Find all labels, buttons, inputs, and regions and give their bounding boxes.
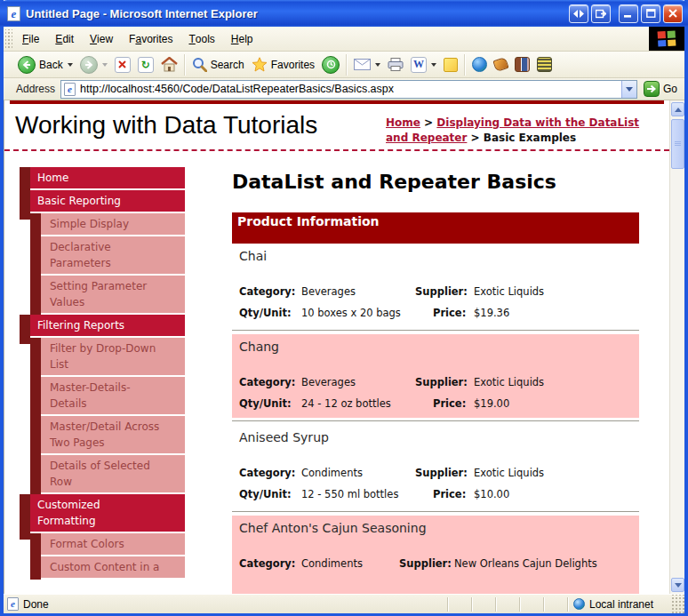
refresh-button[interactable]: ↻ [134,55,157,75]
menu-view[interactable]: View [82,27,121,51]
mail-icon [354,59,371,70]
grid-button[interactable] [533,55,556,74]
sidebar-item-custom-content[interactable]: Custom Content in a [41,556,185,578]
product-item: Chang Category: Beverages Supplier: Exot… [232,334,639,418]
mail-button[interactable] [350,57,384,72]
breadcrumb-current: Basic Examples [484,132,576,144]
category-value: Condiments [301,467,415,479]
sidebar-item-master-details-details[interactable]: Master-Details- Details [41,377,185,414]
back-icon [18,56,36,74]
sidebar-item-master-detail-across-two-pages[interactable]: Master/Detail Across Two Pages [41,416,185,453]
scrollbar-thumb[interactable] [671,119,684,169]
home-button[interactable] [157,55,181,74]
qty-value: 12 - 550 ml bottles [301,488,415,500]
window-title: Untitled Page - Microsoft Internet Explo… [26,7,566,20]
menu-bar: File Edit View Favorites Tools Help [4,27,684,52]
qty-label: Qty/Unit: [239,307,301,319]
toolbar-grip[interactable] [5,29,12,48]
ie-page-icon: e [7,597,19,611]
forward-icon [80,56,98,74]
supplier-value: Exotic Liquids [474,467,632,479]
sidebar-item-home[interactable]: Home [30,167,185,188]
category-value: Beverages [301,285,415,298]
messenger-globe-icon [472,57,487,72]
popout-button[interactable] [591,4,611,23]
address-input[interactable]: e http://localhost:4560/Code/DataListRep… [60,80,637,99]
breadcrumb: Home > Displaying Data with the DataList… [386,116,649,146]
menu-help[interactable]: Help [223,27,261,51]
sidebar-item-declarative-parameters[interactable]: Declarative Parameters [41,236,185,274]
category-value: Beverages [301,376,415,388]
address-url: http://localhost:4560/Code/DataListRepea… [80,83,621,95]
favorites-button[interactable]: Favorites [248,55,318,74]
title-bar: e Untitled Page - Microsoft Internet Exp… [0,0,688,27]
page-icon: e [64,83,76,96]
stop-button[interactable] [111,55,134,75]
go-button[interactable]: Go [644,81,681,97]
menu-tools[interactable]: Tools [180,27,222,51]
zone-text: Local intranet [589,598,653,611]
browser-viewport: Working with Data Tutorials Home > Displ… [4,100,684,594]
sidebar-nav: Home Basic Reporting Simple Display Decl… [20,167,185,580]
breadcrumb-home-link[interactable]: Home [386,116,420,129]
standard-toolbar: Back ↻ Search Favorites [4,52,684,78]
menu-edit[interactable]: Edit [47,27,82,51]
product-item: Chai Category: Beverages Supplier: Exoti… [232,244,639,327]
sidebar-item-simple-display[interactable]: Simple Display [41,213,185,235]
sidebar-item-filtering-reports[interactable]: Filtering Reports [30,315,185,336]
qty-label: Qty/Unit: [239,488,301,500]
research-icon [515,57,530,72]
product-name: Aniseed Syrup [239,430,632,444]
sidebar-item-setting-parameter-values[interactable]: Setting Parameter Values [41,276,185,313]
vertical-scrollbar[interactable] [669,100,684,594]
status-text: Done [23,598,49,611]
maximize-button[interactable] [641,4,660,23]
page-title: DataList and Repeater Basics [232,171,639,193]
edit-with-word-button[interactable]: W [407,55,440,75]
pen-icon [492,57,508,72]
forward-button[interactable] [76,54,111,76]
sidebar-item-customized-formatting[interactable]: Customized Formatting [30,494,185,532]
sidebar-item-details-of-selected-row[interactable]: Details of Selected Row [41,455,185,492]
minimize-button[interactable] [619,4,638,23]
left-right-arrows-button[interactable] [569,4,588,23]
resize-grip[interactable] [672,595,684,613]
sidebar-item-format-colors[interactable]: Format Colors [41,533,185,555]
supplier-label: Supplier: [399,557,454,570]
qty-label: Qty/Unit: [239,397,301,410]
back-button[interactable]: Back [14,54,76,76]
messenger-button[interactable] [468,55,491,74]
sidebar-item-basic-reporting[interactable]: Basic Reporting [30,190,185,212]
search-button[interactable]: Search [188,55,248,74]
go-arrow-icon [644,81,660,97]
research-button[interactable] [511,55,533,74]
edit-word-icon: W [411,57,427,73]
status-cell [471,597,495,612]
security-zone: Local intranet [567,597,672,612]
scroll-down-button[interactable] [671,578,684,592]
sidebar-item-filter-by-dropdown-list[interactable]: Filter by Drop-Down List [41,338,185,375]
menu-favorites[interactable]: Favorites [121,27,180,51]
address-dropdown-button[interactable] [621,81,636,98]
back-dropdown-icon[interactable] [68,63,73,67]
notes-button[interactable] [440,56,461,74]
close-button[interactable] [663,4,683,23]
price-value: $19.36 [474,307,632,319]
supplier-value: Exotic Liquids [474,285,632,298]
print-button[interactable] [384,56,407,73]
mail-dropdown-icon[interactable] [375,63,380,67]
web-page: Working with Data Tutorials Home > Displ… [4,100,669,594]
price-label: Price: [415,307,474,319]
search-icon [192,57,207,72]
category-label: Category: [239,376,301,388]
edit-dropdown-icon[interactable] [431,63,436,67]
scroll-up-button[interactable] [671,102,684,116]
menu-file[interactable]: File [14,27,47,51]
pen-button[interactable] [491,57,511,72]
price-label: Price: [415,397,474,410]
refresh-icon: ↻ [138,57,154,73]
item-separator [232,330,639,332]
history-button[interactable] [318,54,343,76]
status-cell [447,597,471,612]
status-bar: e Done Local intranet [4,594,684,613]
